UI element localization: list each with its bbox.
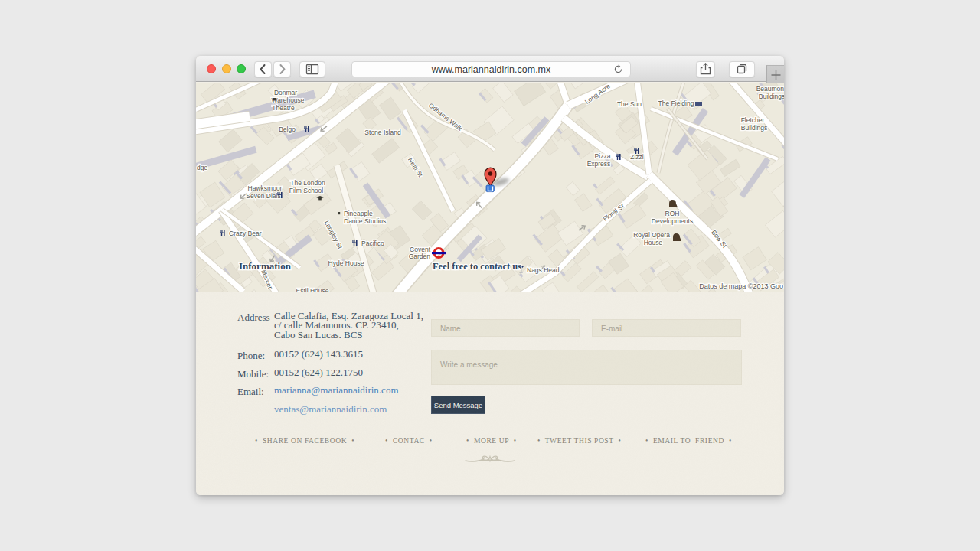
svg-text:Pizza: Pizza — [595, 152, 611, 160]
svg-text:Warehouse: Warehouse — [271, 96, 304, 104]
svg-text:House: House — [644, 239, 663, 246]
svg-text:Seven Dials: Seven Dials — [246, 192, 280, 200]
svg-text:Hawksmoor: Hawksmoor — [248, 184, 283, 192]
svg-text:The London: The London — [290, 179, 325, 187]
svg-text:Royal Opera: Royal Opera — [633, 231, 670, 239]
svg-text:Dance Studios: Dance Studios — [344, 217, 386, 225]
svg-text:Express: Express — [587, 160, 611, 168]
svg-text:Pacifico: Pacifico — [361, 240, 384, 247]
svg-text:Beaumont: Beaumont — [756, 85, 784, 93]
svg-text:Feel free to contact us: Feel free to contact us — [433, 260, 521, 272]
svg-text:Theatre: Theatre — [272, 104, 295, 112]
svg-text:The Fielding: The Fielding — [658, 99, 694, 107]
svg-text:Crazy Bear: Crazy Bear — [229, 230, 262, 237]
svg-text:Buildings: Buildings — [741, 124, 768, 132]
svg-text:Pineapple: Pineapple — [344, 210, 373, 217]
svg-text:ROH: ROH — [665, 210, 680, 217]
svg-text:Donmar: Donmar — [274, 89, 297, 96]
svg-text:Zizzi: Zizzi — [630, 153, 644, 161]
svg-text:The Sun: The Sun — [617, 100, 642, 108]
svg-text:Garden: Garden — [409, 253, 431, 260]
svg-text:Stone Island: Stone Island — [364, 129, 401, 136]
svg-text:Datos de mapa ©2013 Goo: Datos de mapa ©2013 Goo — [699, 282, 783, 290]
svg-text:Fletcher: Fletcher — [741, 116, 765, 124]
svg-text:Belgo: Belgo — [279, 126, 296, 133]
svg-text:Hyde House: Hyde House — [328, 259, 364, 267]
svg-text:Information: Information — [239, 260, 292, 272]
svg-text:Nags Head: Nags Head — [527, 266, 560, 274]
svg-text:Film School: Film School — [289, 187, 324, 194]
svg-text:dge: dge — [197, 164, 207, 171]
svg-text:Developments: Developments — [652, 217, 693, 225]
svg-text:Buildings: Buildings — [759, 93, 784, 100]
